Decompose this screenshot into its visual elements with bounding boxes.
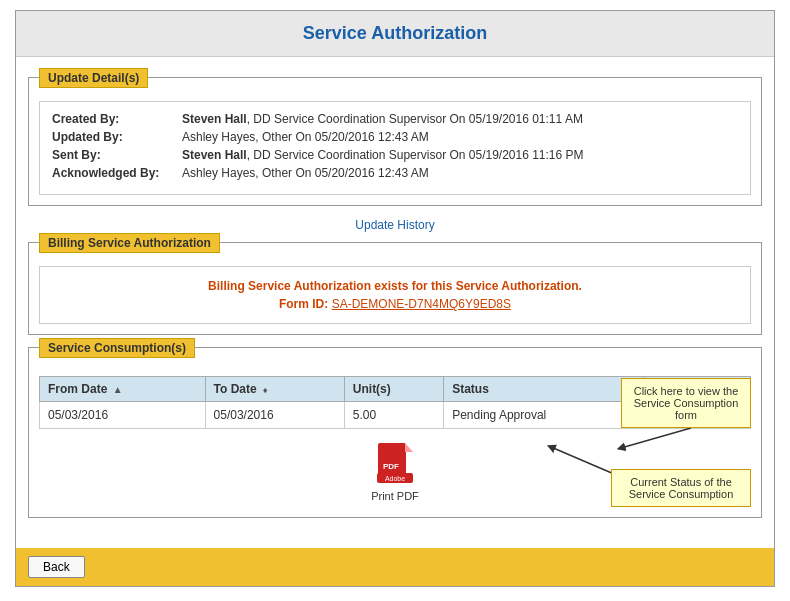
acknowledged-by-value: Ashley Hayes, Other On 05/20/2016 12:43 … [182,166,429,180]
billing-inner: Billing Service Authorization exists for… [39,266,751,324]
view-callout-box: Click here to view the Service Consumpti… [621,378,751,428]
sort-arrow-to: ⬧ [262,384,268,395]
cell-to-date: 05/03/2016 [205,402,344,429]
page-title: Service Authorization [303,23,487,43]
updated-by-row: Updated By: Ashley Hayes, Other On 05/20… [52,130,738,144]
billing-form-id-row: Form ID: SA-DEMONE-D7N4MQ6Y9ED8S [52,297,738,311]
sent-by-label: Sent By: [52,148,182,162]
bottom-bar: Back [16,548,774,586]
th-units: Unit(s) [344,377,443,402]
cell-units: 5.00 [344,402,443,429]
updated-by-value: Ashley Hayes, Other On 05/20/2016 12:43 … [182,130,429,144]
created-by-label: Created By: [52,112,182,126]
billing-label: Billing Service Authorization [39,233,220,253]
update-history-link[interactable]: Update History [355,218,434,232]
print-pdf-label: Print PDF [371,490,419,502]
updated-by-label: Updated By: [52,130,182,144]
update-details-label: Update Detail(s) [39,68,148,88]
sort-arrow-from: ▲ [113,384,123,395]
th-from-date: From Date ▲ [40,377,206,402]
svg-text:Adobe: Adobe [385,475,405,482]
acknowledged-by-label: Acknowledged By: [52,166,182,180]
billing-form-label: Form ID: [279,297,328,311]
status-callout-box: Current Status of the Service Consumptio… [611,469,751,507]
cell-from-date: 05/03/2016 [40,402,206,429]
sent-by-value: Steven Hall, DD Service Coordination Sup… [182,148,584,162]
consumption-label: Service Consumption(s) [39,338,195,358]
content-area: Update Detail(s) Created By: Steven Hall… [16,57,774,540]
back-button[interactable]: Back [28,556,85,578]
acknowledged-by-row: Acknowledged By: Ashley Hayes, Other On … [52,166,738,180]
created-by-name: Steven Hall [182,112,247,126]
update-details-section: Update Detail(s) Created By: Steven Hall… [28,77,762,206]
th-status: Status [444,377,645,402]
billing-form-id[interactable]: SA-DEMONE-D7N4MQ6Y9ED8S [332,297,511,311]
pdf-icon: PDF Adobe [377,443,413,485]
details-inner: Created By: Steven Hall, DD Service Coor… [39,101,751,195]
update-history-area: Update History [28,218,762,232]
status-callout-text: Current Status of the Service Consumptio… [629,476,734,500]
billing-section: Billing Service Authorization Billing Se… [28,242,762,335]
created-by-value: Steven Hall, DD Service Coordination Sup… [182,112,583,126]
billing-message: Billing Service Authorization exists for… [52,279,738,293]
main-container: Service Authorization Update Detail(s) C… [15,10,775,587]
sent-by-row: Sent By: Steven Hall, DD Service Coordin… [52,148,738,162]
page-title-bar: Service Authorization [16,11,774,57]
view-callout-text: Click here to view the Service Consumpti… [634,385,739,421]
consumption-section: Service Consumption(s) From Date ▲ To Da… [28,347,762,518]
print-pdf-link[interactable]: PDF Adobe Print PDF [371,443,419,502]
sent-by-name: Steven Hall [182,148,247,162]
th-to-date: To Date ⬧ [205,377,344,402]
svg-text:PDF: PDF [383,462,399,471]
created-by-row: Created By: Steven Hall, DD Service Coor… [52,112,738,126]
svg-marker-3 [405,443,413,452]
cell-status: Pending Approval [444,402,645,429]
